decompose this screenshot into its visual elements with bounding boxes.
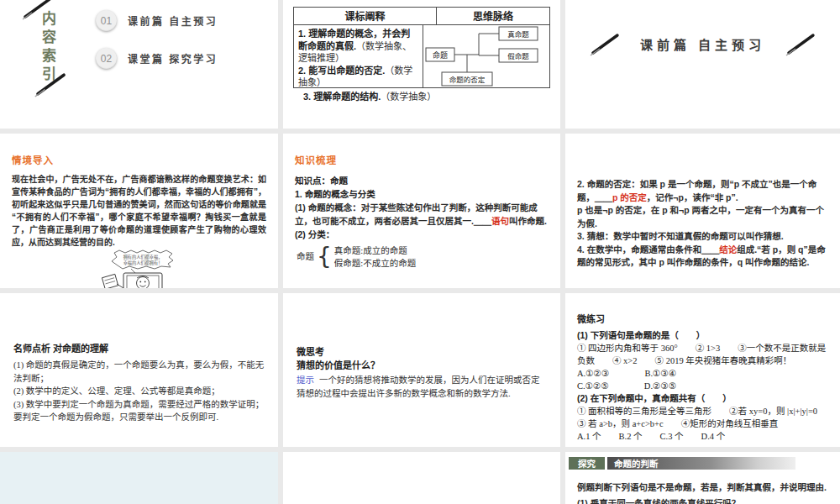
practice-choice-row: A.①②③ B.①③④ (577, 367, 828, 380)
slide-micro-think: 微思考 猜想的价值是什么？ 提示一个好的猜想将推动数学的发展，因为人们在证明或否… (283, 293, 560, 447)
speech-bubble-line: 拥有的人们都幸福， (123, 254, 163, 260)
pen-stroke-icon (590, 33, 620, 56)
teacher-notes-line: (2) 数学中的定义、公理、定理、公式等都是真命题； (13, 385, 265, 398)
pen-stroke-icon (34, 72, 67, 97)
mindmap-cell: 命题 真命题 假命题 命题的否定 (423, 25, 549, 87)
brace-true-line: 真命题:成立的命题 (334, 244, 416, 257)
slide-scenario-intro: 情境导入 现在社会中，广告无处不在，广告商都谙熟这样的命题变换艺术：如宣传某种食… (0, 134, 278, 288)
negation-property: p 也是¬p 的否定，在 p 和¬p 两者之中，一定有一个为真有一个为假. (577, 204, 828, 230)
hint-paragraph: 提示一个好的猜想将推动数学的发展，因为人们在证明或否定猜想的过程中会提出许多新的… (297, 374, 547, 400)
scenario-header: 情境导入 (12, 153, 266, 166)
header-cell-curriculum: 课标阐释 (294, 8, 437, 24)
teacher-notes-line: (3) 数学中要判定一个命题为真命题，需要经过严格的数学证明；要判定一个命题为假… (13, 398, 265, 424)
curriculum-table: 课标阐释 思维脉络 1. 理解命题的概念，并会判断命题的真假.（数学抽象、逻辑推… (293, 7, 550, 88)
slide-blank-blue (0, 452, 278, 504)
knowledge-sub2: (2) 分类： (295, 228, 549, 241)
teacher-notes-line: (1) 命题的真假是确定的，一个命题要么为真，要么为假，不能无法判断； (13, 359, 265, 385)
example-problem-line: 例题判断下列语句是不是命题，若是，判断其真假，并说明理由. (577, 480, 828, 493)
micro-think-question: 猜想的价值是什么？ (297, 359, 547, 372)
slide-negation: 2. 命题的否定：如果 p 是一个命题，则“p 不成立”也是一个命题，＿＿p 的… (565, 134, 840, 288)
index-item-label: 课前篇 自主预习 (128, 13, 218, 28)
mindmap-root: 命题 (433, 50, 448, 60)
slide-blank-white (283, 452, 560, 504)
fill-blank: ＿＿ (474, 216, 491, 226)
example-problem-item: (1) 垂直于同一条直线的两条直线平行吗？ (577, 496, 828, 504)
curriculum-item: 2. 能写出命题的否定.（数学抽象） (298, 65, 418, 88)
fill-answer: 结论 (719, 244, 737, 255)
mindmap-true: 真命题 (507, 30, 529, 39)
practice-choice-row: A.1 个 B.2 个 C.3 个 D.4 个 (577, 430, 828, 443)
mindmap-diagram: 命题 真命题 假命题 命题的否定 (423, 20, 549, 92)
scenario-paragraph: 现在社会中，广告无处不在，广告商都谙熟这样的命题变换艺术：如宣传某种食品的广告词… (12, 173, 266, 249)
index-item-2: 02 课堂篇 探究学习 (96, 48, 218, 69)
index-number-badge: 02 (96, 48, 117, 69)
slide-contents-index: 内容索引 01 课前篇 自主预习 02 课堂篇 探究学习 (0, 0, 278, 129)
negation-definition: 2. 命题的否定：如果 p 是一个命题，则“p 不成立”也是一个命题，＿＿p 的… (577, 178, 828, 204)
practice-question: (2) 在下列命题中，真命题共有（ ） (577, 392, 828, 405)
brace-branches: 真命题:成立的命题 假命题:不成立的命题 (334, 244, 416, 270)
micro-think-title: 微思考 (297, 345, 547, 359)
explore-tag: 探究 (569, 457, 605, 470)
knowledge-header: 知识梳理 (295, 154, 549, 167)
classification-brace: 命题 { 真命题:成立的命题 假命题:不成立的命题 (295, 244, 549, 270)
speech-bubble-line: 幸福的人们都拥有！ (123, 260, 163, 266)
knowledge-concept: (1) 命题的概念：对于某些陈述句作出了判断，这种判断可能成立，也可能不成立，两… (295, 201, 549, 228)
slide-section-title: 课前篇 自主预习 (565, 0, 840, 129)
hint-label: 提示 (297, 375, 314, 385)
conjecture-line: 3. 猜想：数学中暂时不知道真假的命题可以叫作猜想. (577, 230, 828, 244)
teacher-notes-title: 名师点析 对命题的理解 (13, 341, 265, 354)
contents-index-items: 01 课前篇 自主预习 02 课堂篇 探究学习 (96, 10, 218, 86)
section-title: 课前篇 自主预习 (640, 35, 765, 53)
practice-options: ① 面积相等的三角形是全等三角形 ②若 xy=0，则 |x|+|y|=0 (577, 405, 828, 417)
tv-cartoon-icon: 拥有的人们都幸福， 幸福的人们都拥有！ (89, 249, 266, 288)
practice-options: ③ 若 a>b，则 a+c>b+c ④矩形的对角线互相垂直 (577, 417, 828, 430)
practice-options: ① 四边形内角和等于 360° ② 1>3 ③一个数不是正数就是负数 ④ x>2… (577, 342, 828, 367)
curriculum-item: 1. 理解命题的概念，并会判断命题的真假.（数学抽象、逻辑推理） (298, 28, 418, 65)
product-box-icon (102, 274, 118, 288)
micro-practice-title: 微练习 (577, 313, 828, 326)
mindmap-false: 假命题 (507, 52, 529, 60)
slide-grid: 内容索引 01 课前篇 自主预习 02 课堂篇 探究学习 课标阐释 思维脉络 (0, 0, 840, 504)
practice-question: (1) 下列语句是命题的是（ ） (577, 329, 828, 342)
curriculum-table-body: 1. 理解命题的概念，并会判断命题的真假.（数学抽象、逻辑推理） 2. 能写出命… (294, 25, 549, 87)
slide-micro-practice: 微练习 (1) 下列语句是命题的是（ ） ① 四边形内角和等于 360° ② 1… (565, 293, 840, 447)
fill-blank: ＿＿ (701, 244, 719, 255)
curriculum-item-list: 1. 理解命题的概念，并会判断命题的真假.（数学抽象、逻辑推理） 2. 能写出命… (294, 25, 423, 87)
brace-root-label: 命题 (297, 250, 314, 264)
fill-answer: 语句 (491, 216, 509, 226)
brace-icon: { (317, 250, 332, 264)
knowledge-point: 知识点：命题 (295, 174, 549, 187)
knowledge-sub1: 1. 命题的概念与分类 (295, 187, 549, 201)
slide-explore: 探究 命题的判断 例题判断下列语句是不是命题，若是，判断其真假，并说明理由. (… (565, 452, 840, 504)
explore-header: 探究 命题的判断 (569, 457, 840, 470)
structure-line: 4. 在数学中，命题通常由条件和＿＿结论组成.“若 p，则 q”是命题的常见形式… (577, 244, 828, 270)
brace-false-line: 假命题:不成立的命题 (334, 257, 416, 270)
index-number-badge: 01 (96, 10, 117, 31)
slide-curriculum: 课标阐释 思维脉络 1. 理解命题的概念，并会判断命题的真假.（数学抽象、逻辑推… (283, 0, 560, 129)
mindmap-negation: 命题的否定 (449, 76, 486, 84)
explore-bar-title: 命题的判断 (607, 457, 795, 470)
fill-blank: ＿＿ (595, 192, 612, 202)
slide-knowledge: 知识梳理 知识点：命题 1. 命题的概念与分类 (1) 命题的概念：对于某些陈述… (283, 134, 560, 288)
index-item-1: 01 课前篇 自主预习 (96, 10, 218, 31)
fill-answer: p 的否定 (612, 192, 647, 202)
index-item-label: 课堂篇 探究学习 (128, 51, 218, 66)
pen-stroke-icon (785, 33, 816, 56)
slide-teacher-notes: 名师点析 对命题的理解 (1) 命题的真假是确定的，一个命题要么为真，要么为假，… (0, 293, 278, 447)
practice-choice-row: C.①②⑤ D.②③⑤ (577, 380, 828, 392)
